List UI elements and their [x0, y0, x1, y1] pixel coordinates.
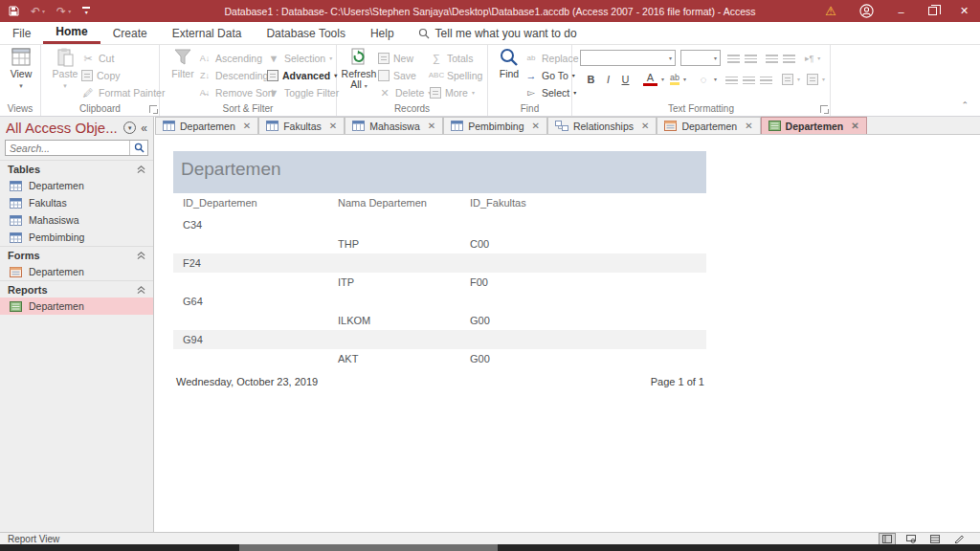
close-tab-icon[interactable]: ✕ [428, 121, 435, 131]
go-to-button[interactable]: →Go To▾ [524, 67, 575, 83]
toggle-filter-button[interactable]: ▼Toggle Filter [267, 84, 339, 100]
report-footer: Wednesday, October 23, 2019 Page 1 of 1 [173, 372, 706, 391]
close-tab-icon[interactable]: ✕ [641, 121, 649, 131]
nav-item-report-departemen[interactable]: Departemen [0, 298, 153, 315]
shutter-bar-icon[interactable]: « [141, 121, 147, 135]
font-color-button[interactable]: A▾ [643, 71, 664, 87]
nav-section-forms[interactable]: Forms [0, 246, 153, 263]
save-record-icon [378, 70, 390, 81]
alternate-row-color-button[interactable]: ▾ [807, 71, 825, 87]
tab-file[interactable]: File [0, 22, 43, 44]
doc-tab-departemen-form[interactable]: Departemen✕ [657, 117, 760, 134]
nav-item-table-mahasiswa[interactable]: Mahasiswa [0, 211, 153, 229]
view-button[interactable]: View ▼ [2, 48, 40, 92]
tab-database-tools[interactable]: Database Tools [254, 22, 358, 44]
underline-button[interactable]: U [618, 71, 633, 87]
totals-button[interactable]: ∑Totals [430, 50, 473, 66]
doc-tab-departemen-report-active[interactable]: Departemen✕ [761, 117, 867, 134]
replace-button[interactable]: abReplace [524, 50, 579, 66]
save-icon[interactable] [9, 6, 19, 16]
descending-button[interactable]: Z↓Descending [198, 67, 268, 83]
spelling-button[interactable]: ABCSpelling [430, 67, 482, 83]
tab-home[interactable]: Home [43, 22, 100, 44]
nav-menu-icon[interactable]: ▼ [123, 121, 136, 134]
decrease-indent-icon[interactable] [766, 51, 778, 67]
close-tab-icon[interactable]: ✕ [745, 121, 752, 131]
doc-tab-relationships[interactable]: Relationships✕ [547, 117, 657, 134]
undo-icon[interactable]: ↶▾ [31, 6, 45, 17]
tab-help[interactable]: Help [358, 22, 407, 44]
nav-search-input[interactable] [6, 143, 129, 154]
report-row: G64 [173, 292, 706, 311]
fill-color-button[interactable]: ◌▾ [697, 71, 717, 87]
table-icon [451, 121, 463, 131]
selection-button[interactable]: ▼Selection▾ [267, 50, 332, 66]
refresh-all-button[interactable]: Refresh All ▾ [340, 48, 378, 92]
design-view-button[interactable] [951, 534, 967, 544]
customize-qat-icon[interactable]: ▾ [82, 7, 90, 15]
text-direction-icon[interactable]: ▸¶▾ [805, 50, 820, 66]
collapse-ribbon-icon[interactable]: ⌃ [961, 100, 969, 110]
italic-button[interactable]: I [601, 71, 615, 87]
close-tab-icon[interactable]: ✕ [243, 121, 251, 131]
remove-sort-icon: A̶↓ [198, 87, 212, 99]
copy-button[interactable]: Copy [81, 67, 121, 83]
font-size-combo[interactable]: ▾ [680, 50, 721, 66]
bold-button[interactable]: B [584, 71, 598, 87]
close-button[interactable]: ✕ [948, 0, 980, 22]
nav-section-tables[interactable]: Tables [0, 160, 153, 177]
report-view-button[interactable] [880, 534, 895, 544]
doc-tab-mahasiswa[interactable]: Mahasiswa✕ [345, 117, 443, 134]
cut-button[interactable]: ✂Cut [81, 50, 114, 66]
report-column-headers: ID_Departemen Nama Departemen ID_Fakulta… [173, 193, 706, 212]
collapse-section-icon [137, 286, 145, 295]
align-right-icon[interactable] [760, 73, 772, 89]
nav-item-table-pembimbing[interactable]: Pembimbing [0, 229, 153, 246]
doc-tab-fakultas[interactable]: Fakultas✕ [258, 117, 345, 134]
print-preview-button[interactable] [903, 534, 919, 544]
select-button[interactable]: ▻Select▾ [524, 84, 576, 100]
font-name-combo[interactable]: ▾ [580, 50, 676, 66]
close-tab-icon[interactable]: ✕ [532, 121, 540, 131]
increase-indent-icon[interactable] [783, 51, 795, 67]
close-tab-icon[interactable]: ✕ [851, 121, 858, 131]
nav-section-reports[interactable]: Reports [0, 280, 153, 298]
redo-icon[interactable]: ↷▾ [56, 6, 71, 17]
tell-me-label: Tell me what you want to do [435, 27, 577, 40]
delete-record-button[interactable]: ✕Delete▾ [378, 84, 431, 100]
format-painter-button[interactable]: 🖉Format Painter [81, 84, 165, 100]
nav-search-icon[interactable] [129, 141, 147, 155]
align-left-icon[interactable] [725, 73, 738, 89]
advanced-button[interactable]: Advanced▾ [267, 67, 337, 83]
report-view[interactable]: Departemen ID_Departemen Nama Departemen… [155, 135, 980, 532]
minimize-button[interactable]: – [885, 0, 917, 22]
doc-tab-pembimbing[interactable]: Pembimbing✕ [443, 117, 547, 134]
ascending-button[interactable]: A↓Ascending [198, 50, 262, 66]
highlight-color-button[interactable]: ab▾ [670, 71, 686, 87]
nav-item-table-fakultas[interactable]: Fakultas [0, 194, 153, 211]
close-tab-icon[interactable]: ✕ [329, 121, 337, 131]
report-title: Departemen [181, 159, 281, 180]
nav-item-form-departemen[interactable]: Departemen [0, 263, 153, 280]
security-warning-icon[interactable]: ⚠ [813, 4, 848, 18]
paste-button[interactable]: Paste ▼ [46, 48, 84, 92]
save-record-button[interactable]: Save [378, 67, 416, 83]
remove-sort-button[interactable]: A̶↓Remove Sort [198, 84, 274, 100]
tab-create[interactable]: Create [100, 22, 160, 44]
new-record-button[interactable]: New [378, 50, 413, 66]
restore-button[interactable] [917, 0, 948, 22]
numbering-icon[interactable] [745, 51, 757, 67]
tab-external-data[interactable]: External Data [160, 22, 255, 44]
nav-pane-title[interactable]: All Access Obje... [6, 120, 123, 136]
doc-tab-departemen-table[interactable]: Departemen✕ [155, 117, 258, 134]
tell-me-box[interactable]: Tell me what you want to do [407, 22, 589, 44]
account-icon[interactable] [848, 4, 885, 18]
layout-view-button[interactable] [927, 534, 943, 544]
filter-button[interactable]: Filter [164, 48, 202, 79]
bullets-icon[interactable] [727, 51, 740, 67]
align-center-icon[interactable] [743, 73, 755, 89]
gridlines-button[interactable]: ▾ [782, 71, 800, 87]
find-button[interactable]: Find [490, 48, 528, 79]
more-button[interactable]: More▾ [430, 84, 475, 100]
nav-item-table-departemen[interactable]: Departemen [0, 177, 153, 194]
